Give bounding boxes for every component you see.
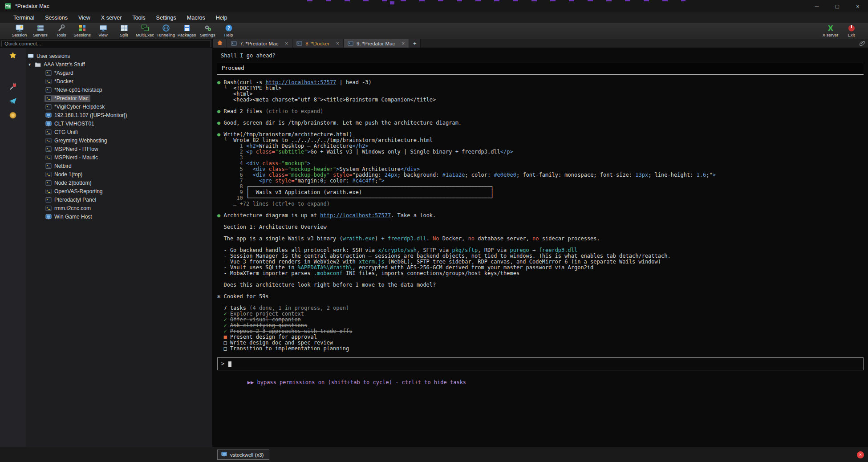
menu-bar: TerminalSessionsViewX serverToolsSetting…: [0, 12, 868, 23]
tree-folder-label: AAA Vantz's Stuff: [44, 61, 85, 68]
settings-icon: [204, 24, 212, 32]
tab-bar: 7. *Predator Mac×8. *Docker×9. *Predator…: [213, 39, 868, 48]
terminal-session-icon: [45, 138, 52, 144]
screen-artifact: [307, 0, 685, 1]
toolbar-label: Settings: [200, 32, 215, 37]
terminal-link[interactable]: http://localhost:57577: [320, 212, 391, 219]
new-tab-button[interactable]: +: [409, 39, 421, 48]
terminal-session-icon: [45, 180, 52, 186]
exit-icon: [848, 24, 856, 32]
tree-root-user-sessions[interactable]: User sessions: [26, 52, 212, 60]
session-item-docker[interactable]: *Docker: [26, 77, 212, 85]
session-item-openvas-reporting[interactable]: OpenVAS-Reporting: [26, 187, 212, 195]
menu-item-sessions[interactable]: Sessions: [45, 15, 68, 21]
toolbar-packages[interactable]: Packages: [176, 23, 197, 39]
session-item-greyming-webhosting[interactable]: Greyming Webhosting: [26, 136, 212, 145]
prompt-glyph: >: [221, 361, 224, 367]
tools-icon: [57, 24, 65, 32]
toolbar-tools[interactable]: Tools: [51, 23, 72, 39]
toolbar-sessions[interactable]: Sessions: [72, 23, 93, 39]
terminal-session-icon: [45, 171, 52, 178]
menu-item-macros[interactable]: Macros: [187, 15, 205, 21]
tab-close-icon[interactable]: ×: [336, 41, 339, 47]
terminal-line: 2 <p class="subtitle">Go + Wails v3 | Wi…: [217, 149, 864, 155]
connect-row: 7. *Predator Mac×8. *Docker×9. *Predator…: [0, 39, 868, 48]
star-icon[interactable]: [9, 52, 17, 60]
toolbar-tunneling[interactable]: Tunneling: [155, 23, 176, 39]
status-bar: vstockwell (x3) ×: [0, 447, 868, 462]
toolbar-x-server[interactable]: XX server: [820, 23, 841, 39]
menu-item-tools[interactable]: Tools: [132, 15, 145, 21]
tab-7-predator-mac[interactable]: 7. *Predator Mac×: [227, 39, 292, 48]
minimize-button[interactable]: ─: [807, 0, 827, 12]
screen-artifact: [390, 1, 394, 4]
badge-icon[interactable]: [9, 111, 17, 119]
session-row-box: Node 2(bottom): [45, 179, 93, 186]
menu-item-help[interactable]: Help: [216, 15, 227, 21]
session-item-node-2-bottom[interactable]: Node 2(bottom): [26, 178, 212, 187]
session-item-mspnerd-mautic[interactable]: MSPNerd - Mautic: [26, 153, 212, 162]
session-item-ctg-unifi[interactable]: CTG Unifi: [26, 128, 212, 136]
terminal-input-box[interactable]: >: [217, 357, 864, 370]
session-row-box: *Predator Mac: [45, 95, 90, 102]
send-icon[interactable]: [9, 97, 17, 105]
session-item-node-1-top[interactable]: Node 1(top): [26, 170, 212, 178]
attach-icon[interactable]: [856, 39, 868, 48]
detach-icon[interactable]: [9, 83, 17, 91]
terminal-line: The app is a single Wails v3 binary (wra…: [217, 236, 864, 242]
session-label: 192.168.1.107 ([UPS-Monitor]): [54, 112, 127, 118]
session-item-win-game-host[interactable]: Win Game Host: [26, 212, 212, 221]
session-item-vigilcyber-helpdesk[interactable]: *VigilCyber-Helpdesk: [26, 102, 212, 111]
session-item-asgard[interactable]: *Asgard: [26, 69, 212, 77]
proceed-option[interactable]: Proceed: [217, 63, 864, 75]
chevron-down-icon[interactable]: ▾: [28, 62, 35, 67]
quick-connect-input[interactable]: [1, 40, 211, 47]
terminal-tab-icon: [231, 41, 237, 46]
tree-folder-aaa-vantz-s-stuff[interactable]: ▾AAA Vantz's Stuff: [26, 60, 212, 69]
terminal-session-icon: [45, 163, 52, 169]
root-sessions-icon: [28, 53, 34, 59]
menu-item-x-server[interactable]: X server: [101, 15, 122, 21]
session-item-192-168-1-107-ups-monitor[interactable]: 192.168.1.107 ([UPS-Monitor]): [26, 111, 212, 119]
toolbar-exit[interactable]: Exit: [841, 23, 862, 39]
session-item-new-cp01-heistacp[interactable]: *New-cp01-heistacp: [26, 85, 212, 94]
menu-item-terminal[interactable]: Terminal: [13, 15, 34, 21]
terminal-line: 3: [217, 155, 864, 161]
terminal-link[interactable]: http://localhost:57577: [265, 79, 336, 85]
tab-close-icon[interactable]: ×: [285, 41, 288, 47]
session-item-netbird[interactable]: Netbird: [26, 162, 212, 170]
session-row-box: Win Game Host: [45, 213, 94, 220]
session-item-clt-vmhost01[interactable]: CLT-VMHOST01: [26, 119, 212, 128]
toolbar-split[interactable]: Split: [114, 23, 134, 39]
session-item-rmm-t2cnc-com[interactable]: rmm.t2cnc.com: [26, 204, 212, 212]
session-label: *Docker: [54, 78, 73, 85]
toolbar-help[interactable]: ?Help: [218, 23, 239, 39]
tab-9-predator-mac[interactable]: 9. *Predator Mac×: [344, 39, 409, 48]
session-owner-tab[interactable]: vstockwell (x3): [217, 450, 269, 460]
terminal-line: ● Bash(curl -s http://localhost:57577 | …: [217, 80, 864, 85]
tab-label: 9. *Predator Mac: [357, 41, 395, 46]
session-item-mspnerd-itflow[interactable]: MSPNerd - ITFlow: [26, 145, 212, 153]
tab-close-icon[interactable]: ×: [402, 41, 405, 47]
status-close-button[interactable]: ×: [857, 451, 864, 458]
session-item-predator-mac[interactable]: *Predator Mac: [26, 94, 212, 102]
terminal-session-icon: [45, 197, 52, 203]
menu-item-settings[interactable]: Settings: [156, 15, 176, 21]
app-logo-icon: [4, 3, 12, 10]
toolbar-session[interactable]: Session: [9, 23, 30, 39]
toolbar-view[interactable]: View: [93, 23, 114, 39]
close-button[interactable]: ×: [848, 0, 868, 12]
tab-home[interactable]: [213, 39, 227, 48]
tab-8-docker[interactable]: 8. *Docker×: [292, 39, 344, 48]
toolbar-multiexec[interactable]: MultiExec: [134, 23, 155, 39]
terminal-session-icon: [45, 188, 52, 195]
toolbar-servers[interactable]: Servers: [30, 23, 51, 39]
session-item-pterodactyl-panel[interactable]: Pterodactyl Panel: [26, 195, 212, 204]
session-row-box: CLT-VMHOST01: [45, 120, 96, 127]
menu-item-view[interactable]: View: [78, 15, 90, 21]
session-label: *New-cp01-heistacp: [54, 87, 102, 93]
maximize-button[interactable]: □: [827, 0, 848, 12]
session-label: Pterodactyl Panel: [54, 197, 96, 203]
terminal-session-icon: [45, 205, 52, 211]
toolbar-settings[interactable]: Settings: [197, 23, 218, 39]
